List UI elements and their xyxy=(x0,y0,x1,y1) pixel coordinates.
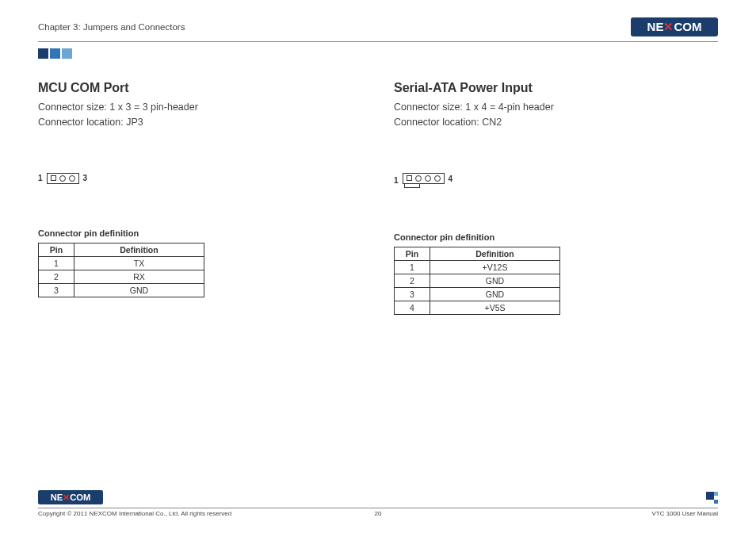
connector-location: Connector location: JP3 xyxy=(38,115,362,130)
footer-deco-icon xyxy=(706,492,718,504)
pin-definition-table: Pin Definition 1+V12S 2GND 3GND 4+V5S xyxy=(394,247,560,315)
square-icon xyxy=(62,48,72,59)
svg-text:NE✕COM: NE✕COM xyxy=(647,20,702,33)
connector-size: Connector size: 1 x 4 = 4-pin header xyxy=(394,100,718,115)
table-row: 2GND xyxy=(395,274,560,287)
col-pin: Pin xyxy=(39,243,74,256)
decorative-squares xyxy=(38,48,718,59)
pin-header-icon xyxy=(47,173,79,184)
pin-3-icon xyxy=(69,175,75,182)
table-row: 1TX xyxy=(39,256,204,270)
table-title: Connector pin definition xyxy=(394,232,718,242)
left-column: MCU COM Port Connector size: 1 x 3 = 3 p… xyxy=(38,81,362,315)
manual-name: VTC 1000 User Manual xyxy=(651,510,718,517)
page-number: 20 xyxy=(375,510,382,517)
connector-diagram: 1 4 xyxy=(394,173,718,188)
pin-3-icon xyxy=(425,175,431,182)
pin-2-icon xyxy=(59,175,66,182)
connector-meta: Connector size: 1 x 4 = 4-pin header Con… xyxy=(394,100,718,130)
page-footer: NE✕COM Copyright © 2011 NEXCOM Internati… xyxy=(38,490,718,517)
table-header-row: Pin Definition xyxy=(395,247,560,260)
table-row: 4+V5S xyxy=(395,301,560,314)
table-title: Connector pin definition xyxy=(38,228,362,238)
pin-4-icon xyxy=(434,175,441,182)
pin-definition-table: Pin Definition 1TX 2RX 3GND xyxy=(38,243,204,297)
pin-1-icon xyxy=(407,175,412,181)
svg-text:NE✕COM: NE✕COM xyxy=(51,493,91,502)
sata-power-connector-icon xyxy=(403,173,445,188)
square-icon xyxy=(38,48,48,59)
connector-key-icon xyxy=(404,184,420,188)
table-row: 3GND xyxy=(39,283,204,297)
connector-location: Connector location: CN2 xyxy=(394,115,718,130)
right-column: Serial-ATA Power Input Connector size: 1… xyxy=(394,81,718,315)
table-row: 3GND xyxy=(395,287,560,301)
copyright-text: Copyright © 2011 NEXCOM International Co… xyxy=(38,510,231,517)
col-definition: Definition xyxy=(430,247,560,260)
pin-end-label: 4 xyxy=(449,174,453,183)
pin-end-label: 3 xyxy=(83,174,88,182)
section-title: Serial-ATA Power Input xyxy=(394,81,718,95)
table-header-row: Pin Definition xyxy=(39,243,204,256)
square-icon xyxy=(50,48,60,59)
pin-2-icon xyxy=(415,175,422,182)
connector-diagram: 1 3 xyxy=(38,173,362,184)
section-title: MCU COM Port xyxy=(38,81,362,95)
connector-meta: Connector size: 1 x 3 = 3 pin-header Con… xyxy=(38,100,362,130)
pin-start-label: 1 xyxy=(38,174,43,182)
table-row: 2RX xyxy=(39,270,204,283)
pin-1-icon xyxy=(51,175,56,181)
col-definition: Definition xyxy=(74,243,204,256)
brand-logo: NE✕COM xyxy=(631,17,718,36)
brand-logo-footer: NE✕COM xyxy=(38,490,103,504)
col-pin: Pin xyxy=(395,247,430,260)
chapter-title: Chapter 3: Jumpers and Connectors xyxy=(38,22,185,32)
table-row: 1+V12S xyxy=(395,260,560,274)
pin-start-label: 1 xyxy=(394,176,399,185)
connector-size: Connector size: 1 x 3 = 3 pin-header xyxy=(38,100,362,115)
page-header: Chapter 3: Jumpers and Connectors NE✕COM xyxy=(38,17,718,42)
